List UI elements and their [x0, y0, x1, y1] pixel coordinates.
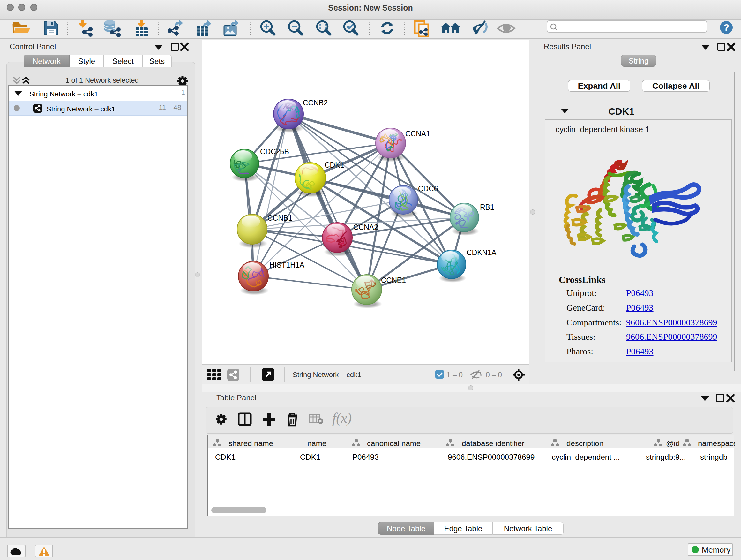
- svg-text:RB1: RB1: [480, 203, 494, 211]
- svg-text:CCNA1: CCNA1: [405, 130, 430, 138]
- svg-text:CDK1: CDK1: [325, 161, 344, 169]
- svg-text:CCNB2: CCNB2: [303, 99, 328, 107]
- svg-text:HIST1H1A: HIST1H1A: [269, 261, 305, 269]
- svg-text:CCNE1: CCNE1: [381, 276, 406, 285]
- svg-text:CCNB1: CCNB1: [267, 214, 292, 222]
- svg-text:CCNA2: CCNA2: [353, 223, 378, 232]
- svg-text:CDC6: CDC6: [418, 185, 438, 193]
- svg-text:CDC25B: CDC25B: [260, 147, 289, 156]
- svg-text:CDKN1A: CDKN1A: [467, 248, 496, 257]
